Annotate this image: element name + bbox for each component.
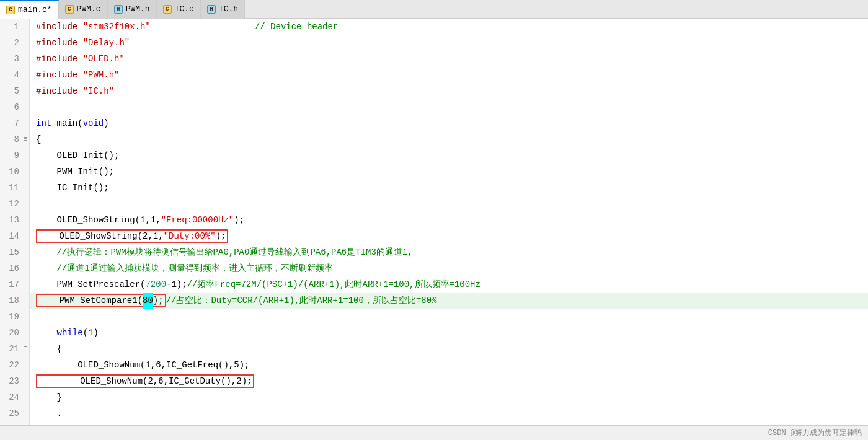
code-token: //占空比：Duty=CCR/(ARR+1),此时ARR+1=100，所以占空比… [166, 293, 437, 309]
red-box-line18: PWM_SetCompare1(80); [36, 294, 166, 307]
code-token: OLED_ShowString(1,1, [36, 212, 161, 228]
line-numbers: 1 2 3 4 5 6 7 8⊟ 9 10 11 12 13 14 15 16 … [0, 19, 30, 425]
code-token: PWM_Init(); [36, 164, 114, 180]
code-line-1: #include "stm32f10x.h" // Device header [30, 19, 868, 35]
tab-ic-c[interactable]: C IC.c [157, 0, 201, 19]
code-token: } [36, 389, 62, 405]
ln-8: 8⊟ [0, 131, 29, 147]
code-token: ) [104, 115, 108, 131]
code-token: int [36, 115, 51, 131]
ln-11: 11 [0, 180, 29, 196]
code-token: 80 [143, 293, 153, 309]
code-token: #include [36, 83, 83, 99]
code-line-4: #include "PWM.h" [30, 67, 868, 83]
tab-icon-pwm-h: H [114, 5, 123, 14]
tab-bar: C main.c* C PWM.c H PWM.h C IC.c H IC.h [0, 0, 868, 19]
code-line-6 [30, 99, 868, 115]
tab-icon-main-c: C [6, 6, 15, 14]
code-line-7: int main(void) [30, 115, 868, 131]
code-token: OLED_ShowString(2,1, [38, 228, 164, 244]
ln-3: 3 [0, 51, 29, 67]
code-token: -1); [166, 276, 187, 293]
code-line-14: OLED_ShowString(2,1,"Duty:00%"); [30, 228, 868, 244]
code-token [36, 325, 57, 341]
code-token: // Device header [255, 19, 338, 35]
code-token: while [57, 325, 83, 341]
code-line-9: OLED_Init(); [30, 147, 868, 164]
ln-12: 12 [0, 196, 29, 212]
code-line-24: } [30, 389, 868, 405]
code-token: 7200 [145, 276, 166, 293]
ln-13: 13 [0, 212, 29, 228]
code-line-10: PWM_Init(); [30, 164, 868, 180]
watermark-text: CSDN @努力成为焦耳定律鸭 [768, 428, 862, 438]
tab-label-main-c: main.c* [18, 5, 52, 14]
code-lines[interactable]: #include "stm32f10x.h" // Device header … [30, 19, 868, 425]
tab-main-c[interactable]: C main.c* [0, 0, 59, 19]
ln-10: 10 [0, 164, 29, 180]
tab-label-pwm-c: PWM.c [77, 4, 101, 14]
code-line-2: #include "Delay.h" [30, 35, 868, 51]
code-token: //执行逻辑：PWM模块将待测信号输出给PA0,PA0通过导线输入到PA6,PA… [36, 244, 413, 260]
code-line-5: #include "IC.h" [30, 83, 868, 99]
code-token: #include [36, 51, 83, 67]
code-line-8: { [30, 131, 868, 147]
code-token: "stm32f10x.h" [83, 19, 151, 35]
code-token: main( [51, 115, 82, 131]
ln-16: 16 [0, 260, 29, 276]
ln-9: 9 [0, 147, 29, 164]
ln-25: 25 [0, 405, 29, 421]
code-token: //频率Freq=72M/(PSC+1)/(ARR+1),此时ARR+1=100… [187, 276, 480, 293]
tab-pwm-h[interactable]: H PWM.h [108, 0, 157, 19]
code-line-19 [30, 309, 868, 325]
ln-6: 6 [0, 99, 29, 115]
code-token: PWM_SetPrescaler( [36, 276, 145, 293]
ln-2: 2 [0, 35, 29, 51]
ln-22: 22 [0, 357, 29, 373]
code-token [151, 19, 255, 35]
ln-15: 15 [0, 244, 29, 260]
ln-20: 20 [0, 325, 29, 341]
tab-ic-h[interactable]: H IC.h [201, 0, 245, 19]
ln-19: 19 [0, 309, 29, 325]
ln-21: 21⊟ [0, 341, 29, 357]
tab-pwm-c[interactable]: C PWM.c [59, 0, 108, 19]
code-line-13: OLED_ShowString(1,1,"Freq:00000Hz"); [30, 212, 868, 228]
code-token: "IC.h" [83, 83, 114, 99]
code-token: #include [36, 35, 83, 51]
code-line-12 [30, 196, 868, 212]
tab-icon-pwm-c: C [65, 5, 74, 14]
tab-icon-ic-c: C [163, 5, 172, 14]
ln-4: 4 [0, 67, 29, 83]
status-bar: CSDN @努力成为焦耳定律鸭 [0, 425, 868, 440]
code-line-18: PWM_SetCompare1(80); //占空比：Duty=CCR/(ARR… [30, 293, 868, 309]
ln-18: 18 [0, 293, 29, 309]
code-line-11: IC_Init(); [30, 180, 868, 196]
tab-icon-ic-h: H [207, 5, 216, 14]
code-line-16: //通道1通过输入捕获模块，测量得到频率，进入主循环，不断刷新频率 [30, 260, 868, 276]
red-box-line23: OLED_ShowNum(2,6,IC_GetDuty(),2); [36, 374, 254, 388]
code-token: void [83, 115, 104, 131]
code-token: ); [234, 212, 244, 228]
code-token: (1) [83, 325, 99, 341]
code-token: IC_Init(); [36, 180, 109, 196]
code-line-25: . [30, 405, 868, 421]
tab-label-ic-c: IC.c [175, 4, 194, 14]
red-box-line14: OLED_ShowString(2,1,"Duty:00%"); [36, 229, 228, 243]
code-token: #include [36, 67, 83, 83]
code-token: //通道1通过输入捕获模块，测量得到频率，进入主循环，不断刷新频率 [36, 260, 333, 276]
code-line-3: #include "OLED.h" [30, 51, 868, 67]
ln-17: 17 [0, 276, 29, 293]
code-token: "Delay.h" [83, 35, 130, 51]
code-line-21: { [30, 341, 868, 357]
ln-14: 14 [0, 228, 29, 244]
ln-24: 24 [0, 389, 29, 405]
code-token: { [36, 131, 41, 147]
code-token: OLED_ShowNum(1,6,IC_GetFreq(),5); [36, 357, 249, 373]
editor-container: C main.c* C PWM.c H PWM.h C IC.c H IC.h … [0, 0, 868, 440]
code-token: "OLED.h" [83, 51, 125, 67]
ln-5: 5 [0, 83, 29, 99]
code-token: PWM_SetCompare1( [38, 293, 143, 309]
code-token: . [36, 405, 62, 421]
ln-7: 7 [0, 115, 29, 131]
